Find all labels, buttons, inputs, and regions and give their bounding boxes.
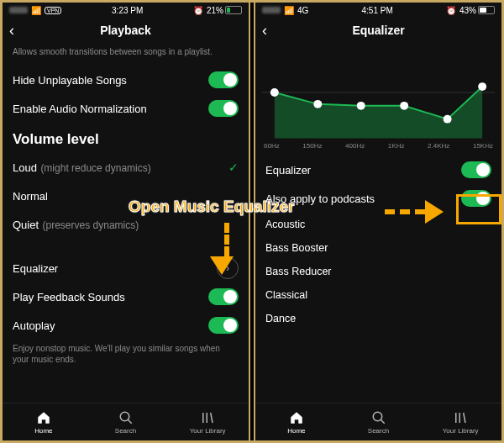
home-icon xyxy=(289,410,304,425)
status-time: 3:23 PM xyxy=(112,6,143,15)
svg-point-10 xyxy=(444,115,452,124)
annotation-highlight-box xyxy=(456,194,501,224)
label: Equalizer xyxy=(265,164,311,177)
svg-point-6 xyxy=(270,88,279,97)
label: Normal xyxy=(13,190,48,203)
tab-library[interactable]: Your Library xyxy=(166,403,249,440)
tab-label: Home xyxy=(34,427,52,435)
tab-bar: Home Search Your Library xyxy=(3,403,249,440)
annotation-arrow-down xyxy=(219,223,234,275)
row-autoplay[interactable]: Autoplay xyxy=(13,311,239,340)
signal-icon: 📶 xyxy=(284,6,294,15)
crossfade-description: Allows smooth transitions between songs … xyxy=(13,46,239,57)
tab-home[interactable]: Home xyxy=(255,403,338,440)
label: Loud xyxy=(13,161,37,174)
preset-classical[interactable]: Classical xyxy=(265,283,491,307)
hint: (might reduce dynamics) xyxy=(40,162,150,174)
screen-playback: 📶 VPN 3:23 PM ⏰ 21% ‹ Playback Allows sm… xyxy=(3,3,250,440)
annotation-callout: Open Music Equalizer xyxy=(129,198,294,216)
alarm-icon: ⏰ xyxy=(193,6,203,15)
battery-indicator: 43% xyxy=(459,6,495,15)
annotation-arrow-right xyxy=(385,200,444,224)
svg-line-4 xyxy=(211,413,213,423)
svg-line-1 xyxy=(128,419,132,424)
preset-bass-reducer[interactable]: Bass Reducer xyxy=(265,260,491,283)
label: Hide Unplayable Songs xyxy=(13,74,127,87)
tab-search[interactable]: Search xyxy=(338,403,420,440)
band-label: 400Hz xyxy=(345,142,365,150)
preset-dance[interactable]: Dance xyxy=(265,307,491,330)
preset-bass-booster[interactable]: Bass Booster xyxy=(265,236,491,260)
battery-percent: 43% xyxy=(459,6,476,15)
header: ‹ Playback xyxy=(3,18,249,43)
toggle-audio-normalization[interactable] xyxy=(208,100,239,117)
home-icon xyxy=(36,410,51,425)
library-icon xyxy=(200,410,215,425)
check-icon: ✓ xyxy=(228,161,239,174)
svg-point-11 xyxy=(478,82,486,91)
page-title: Playback xyxy=(3,24,249,37)
tab-label: Search xyxy=(368,427,389,435)
tab-label: Home xyxy=(287,427,305,435)
library-icon xyxy=(453,410,468,425)
tab-label: Your Library xyxy=(443,427,479,435)
search-icon xyxy=(118,410,134,425)
band-label: 15KHz xyxy=(473,142,493,150)
page-title: Equalizer xyxy=(255,24,501,37)
search-icon xyxy=(371,410,386,425)
signal-icon: 📶 xyxy=(31,6,41,15)
label: Quiet xyxy=(13,219,39,231)
alarm-icon: ⏰ xyxy=(446,6,456,15)
carrier-blur xyxy=(262,7,281,13)
label: Play Feedback Sounds xyxy=(13,291,125,303)
label: Equalizer xyxy=(13,262,58,275)
row-hide-unplayable[interactable]: Hide Unplayable Songs xyxy=(13,66,239,94)
svg-line-13 xyxy=(381,419,385,424)
battery-indicator: 21% xyxy=(207,6,242,15)
svg-line-16 xyxy=(464,413,465,423)
carrier-blur xyxy=(9,7,28,13)
tab-label: Search xyxy=(115,427,136,435)
status-bar: 📶 4G 4:51 PM ⏰ 43% xyxy=(255,3,501,18)
back-button[interactable]: ‹ xyxy=(9,22,14,40)
equalizer-band-labels: 60Hz 150Hz 400Hz 1KHz 2.4KHz 15KHz xyxy=(262,142,495,150)
hint: (preserves dynamics) xyxy=(43,219,139,231)
row-audio-normalization[interactable]: Enable Audio Normalization xyxy=(13,94,239,123)
network-type: 4G xyxy=(297,6,308,15)
tab-library[interactable]: Your Library xyxy=(419,403,501,440)
section-volume-level: Volume level xyxy=(13,131,239,148)
svg-point-9 xyxy=(400,102,408,110)
row-equalizer-toggle[interactable]: Equalizer xyxy=(265,156,491,184)
header: ‹ Equalizer xyxy=(255,18,501,43)
svg-point-0 xyxy=(120,412,129,421)
band-label: 1KHz xyxy=(388,142,405,150)
row-equalizer[interactable]: Equalizer › xyxy=(13,254,239,282)
battery-percent: 21% xyxy=(207,6,223,15)
band-label: 2.4KHz xyxy=(428,142,449,150)
row-volume-loud[interactable]: Loud (might reduce dynamics) ✓ xyxy=(13,153,239,182)
tab-search[interactable]: Search xyxy=(85,403,167,440)
band-label: 60Hz xyxy=(264,142,280,150)
status-bar: 📶 VPN 3:23 PM ⏰ 21% xyxy=(3,3,249,18)
vpn-badge: VPN xyxy=(45,7,61,14)
status-time: 4:51 PM xyxy=(362,6,393,15)
equalizer-chart[interactable] xyxy=(262,46,495,139)
toggle-equalizer[interactable] xyxy=(461,161,491,178)
back-button[interactable]: ‹ xyxy=(262,22,267,40)
row-play-feedback-sounds[interactable]: Play Feedback Sounds xyxy=(13,282,239,311)
toggle-autoplay[interactable] xyxy=(208,317,239,334)
toggle-hide-unplayable[interactable] xyxy=(208,71,239,88)
tab-label: Your Library xyxy=(190,427,226,435)
band-label: 150Hz xyxy=(302,142,322,150)
toggle-feedback-sounds[interactable] xyxy=(208,288,239,305)
label: Autoplay xyxy=(13,319,55,332)
svg-point-12 xyxy=(373,412,382,421)
tab-home[interactable]: Home xyxy=(3,403,85,440)
equalizer-graph[interactable]: 60Hz 150Hz 400Hz 1KHz 2.4KHz 15KHz xyxy=(262,46,495,154)
svg-point-7 xyxy=(313,100,322,108)
label: Enable Audio Normalization xyxy=(13,103,147,115)
svg-point-8 xyxy=(357,102,365,110)
tab-bar: Home Search Your Library xyxy=(255,403,501,440)
autoplay-description: Enjoy nonstop music. We'll play you simi… xyxy=(13,343,239,365)
